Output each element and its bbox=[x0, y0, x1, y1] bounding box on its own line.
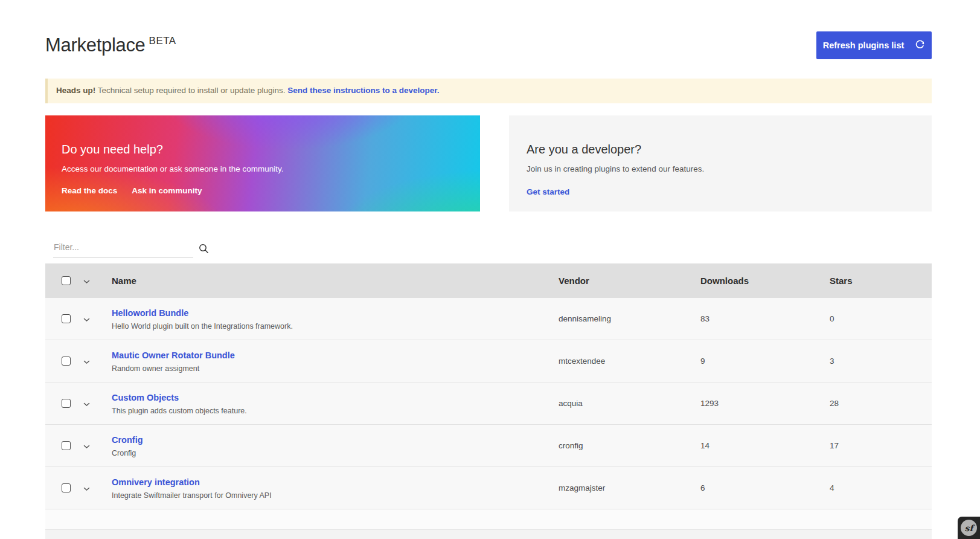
plugin-name-link[interactable]: Mautic Owner Rotator Bundle bbox=[112, 350, 235, 360]
row-expand-chevron[interactable] bbox=[82, 359, 91, 366]
header-bar: MarketplaceBETA Refresh plugins list bbox=[45, 31, 932, 62]
bulk-actions-chevron[interactable] bbox=[82, 279, 91, 285]
filter-bar bbox=[53, 240, 209, 259]
plugin-downloads: 6 bbox=[700, 483, 830, 492]
header-stars: Stars bbox=[830, 276, 932, 286]
plugin-description: Integrate Swiftmailer transport for Omni… bbox=[112, 491, 559, 500]
header-name: Name bbox=[112, 276, 559, 286]
plugin-name-link[interactable]: Custom Objects bbox=[112, 393, 179, 402]
plugin-description: Cronfig bbox=[112, 449, 559, 457]
row-expand-chevron[interactable] bbox=[82, 486, 91, 492]
plugin-description: This plugin adds custom objects feature. bbox=[112, 407, 559, 415]
plugin-vendor: cronfig bbox=[559, 441, 700, 450]
plugin-description: Hello World plugin built on the Integrat… bbox=[112, 322, 559, 331]
developer-card-title: Are you a developer? bbox=[527, 143, 914, 157]
row-checkbox[interactable] bbox=[62, 314, 71, 323]
plugin-vendor: dennisameling bbox=[559, 314, 700, 323]
plugin-stars: 0 bbox=[830, 314, 932, 323]
plugin-stars: 28 bbox=[830, 399, 932, 408]
row-expand-chevron[interactable] bbox=[82, 401, 91, 408]
read-the-docs-link[interactable]: Read the docs bbox=[62, 186, 117, 195]
filter-input[interactable] bbox=[53, 241, 193, 258]
plugin-description: Random owner assigment bbox=[112, 364, 559, 373]
table-row: Cronfig Cronfig cronfig 14 17 bbox=[45, 425, 932, 467]
plugin-stars: 17 bbox=[830, 441, 932, 450]
developer-card-subtitle: Join us in creating plugins to extend ou… bbox=[527, 164, 914, 173]
row-expand-chevron[interactable] bbox=[82, 317, 91, 323]
table-row: Helloworld Bundle Hello World plugin bui… bbox=[45, 298, 932, 340]
plugin-name-link[interactable]: Helloworld Bundle bbox=[112, 308, 188, 318]
plugin-vendor: mzagmajster bbox=[559, 483, 700, 492]
symfony-debug-toolbar-toggle[interactable]: sf bbox=[958, 517, 980, 539]
symfony-logo-icon: sf bbox=[961, 520, 977, 536]
plugin-vendor: mtcextendee bbox=[559, 357, 700, 366]
help-card: Do you need help? Access our documentati… bbox=[45, 115, 480, 211]
plugin-vendor: acquia bbox=[559, 399, 700, 408]
row-expand-chevron[interactable] bbox=[82, 444, 91, 450]
plugin-downloads: 14 bbox=[700, 441, 830, 450]
plugin-downloads: 9 bbox=[700, 357, 830, 366]
row-checkbox[interactable] bbox=[62, 483, 71, 492]
ask-in-community-link[interactable]: Ask in community bbox=[132, 186, 202, 195]
help-card-subtitle: Access our documentation or ask someone … bbox=[62, 164, 462, 173]
plugin-stars: 4 bbox=[830, 483, 932, 492]
header-downloads: Downloads bbox=[700, 276, 830, 286]
refresh-plugins-button-label: Refresh plugins list bbox=[823, 40, 905, 50]
page-title-text: Marketplace bbox=[45, 34, 146, 56]
table-row-spacer bbox=[45, 509, 932, 529]
beta-badge: BETA bbox=[149, 35, 176, 47]
alert-instructions-link[interactable]: Send these instructions to a developer. bbox=[287, 86, 439, 95]
row-checkbox[interactable] bbox=[62, 441, 71, 450]
plugin-name-link[interactable]: Cronfig bbox=[112, 435, 143, 445]
plugins-table-header: Name Vendor Downloads Stars bbox=[45, 263, 932, 298]
alert-text: Technical setup required to install or u… bbox=[95, 86, 287, 95]
plugin-stars: 3 bbox=[830, 357, 932, 366]
header-vendor: Vendor bbox=[559, 276, 700, 286]
row-checkbox[interactable] bbox=[62, 399, 71, 408]
refresh-plugins-button[interactable]: Refresh plugins list bbox=[816, 31, 932, 59]
table-row: Mautic Owner Rotator Bundle Random owner… bbox=[45, 340, 932, 382]
alert-bold-text: Heads up! bbox=[56, 86, 95, 95]
plugin-name-link[interactable]: Omnivery integration bbox=[112, 477, 200, 487]
table-row: Omnivery integration Integrate Swiftmail… bbox=[45, 467, 932, 509]
table-row: Custom Objects This plugin adds custom o… bbox=[45, 382, 932, 425]
page-title: MarketplaceBETA bbox=[45, 31, 176, 62]
plugins-table: Name Vendor Downloads Stars Helloworld B… bbox=[45, 263, 932, 539]
row-checkbox[interactable] bbox=[62, 357, 71, 366]
plugin-downloads: 83 bbox=[700, 314, 830, 323]
plugin-downloads: 1293 bbox=[700, 399, 830, 408]
select-all-checkbox[interactable] bbox=[62, 276, 71, 285]
page: MarketplaceBETA Refresh plugins list Hea… bbox=[0, 0, 980, 539]
info-cards: Do you need help? Access our documentati… bbox=[45, 115, 932, 211]
plugins-table-body: Helloworld Bundle Hello World plugin bui… bbox=[45, 298, 932, 509]
table-row-partial bbox=[45, 529, 932, 539]
developer-card: Are you a developer? Join us in creating… bbox=[509, 115, 932, 211]
search-icon[interactable] bbox=[199, 244, 209, 256]
help-card-title: Do you need help? bbox=[62, 143, 462, 157]
heads-up-alert: Heads up! Technical setup required to in… bbox=[45, 79, 932, 103]
refresh-icon bbox=[915, 39, 925, 51]
get-started-link[interactable]: Get started bbox=[527, 187, 569, 196]
